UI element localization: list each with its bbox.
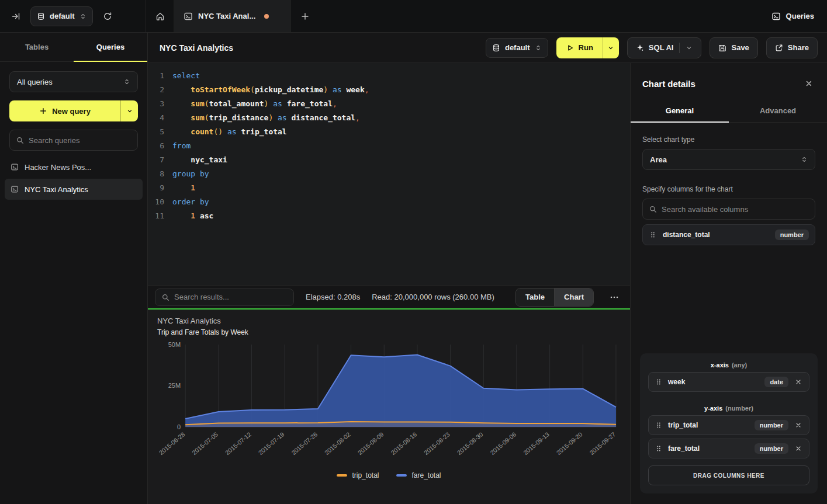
legend-label: fare_total [411, 471, 441, 479]
query-filter-select[interactable]: All queries [9, 71, 138, 92]
columns-search-input[interactable] [662, 205, 809, 214]
search-icon [161, 293, 169, 301]
chart-type-select[interactable]: Area [642, 149, 815, 170]
sql-ai-button[interactable]: SQL AI [627, 37, 702, 58]
sidebar-tab-tables[interactable]: Tables [0, 33, 74, 61]
query-item-label: NYC Taxi Analytics [25, 185, 88, 194]
drag-handle-icon[interactable] [655, 444, 663, 453]
chart-details-content: Select chart type Area Specify columns f… [631, 123, 827, 353]
updown-chevrons-icon [123, 78, 130, 85]
queries-button[interactable]: Queries [771, 12, 814, 21]
new-tab-button[interactable] [291, 0, 319, 32]
updown-chevrons-icon [535, 44, 542, 51]
app: default NYC Taxi Anal... [0, 0, 827, 504]
sql-ai-label: SQL AI [649, 43, 674, 52]
tabstrip: NYC Taxi Anal... [146, 0, 759, 32]
run-dropdown-button[interactable] [603, 37, 619, 58]
axis-configuration-card: x-axis(any) week date [640, 353, 818, 493]
home-tab[interactable] [146, 0, 174, 32]
chart-legend: trip_totalfare_total [157, 468, 621, 483]
svg-text:2015-09-13: 2015-09-13 [522, 430, 551, 456]
more-options-button[interactable] [605, 289, 623, 306]
remove-column-button[interactable] [794, 420, 803, 430]
tab-advanced[interactable]: Advanced [729, 99, 827, 122]
database-name: default [50, 12, 75, 20]
chevron-down-icon [126, 107, 133, 114]
topbar: default NYC Taxi Anal... [0, 0, 827, 33]
elapsed-stat: Elapsed: 0.208s [306, 293, 360, 301]
sidebar: Tables Queries All queries New query [0, 33, 148, 504]
sql-editor[interactable]: 1select2 toStartOfWeek(pickup_datetime) … [148, 63, 630, 285]
view-toggle: Table Chart [515, 288, 594, 307]
collapse-sidebar-button[interactable] [7, 8, 25, 25]
page-title: NYC Taxi Analytics [160, 43, 233, 53]
topbar-database-selector[interactable]: default [30, 6, 93, 26]
y-axis-item-trip-total[interactable]: trip_total number [648, 415, 809, 435]
remove-column-button[interactable] [794, 444, 803, 453]
code-lines: 1select2 toStartOfWeek(pickup_datetime) … [148, 69, 630, 223]
database-name: default [505, 43, 530, 52]
drag-columns-drop-zone[interactable]: DRAG COLUMNS HERE [648, 465, 809, 485]
legend-swatch [337, 474, 347, 477]
new-query-button[interactable]: New query [9, 100, 120, 121]
plus-icon [39, 107, 47, 115]
legend-item-fare_total[interactable]: fare_total [396, 471, 441, 479]
chart-details-header: Chart details [631, 63, 827, 99]
unsaved-changes-dot [264, 14, 269, 19]
svg-text:2015-07-26: 2015-07-26 [290, 430, 319, 456]
play-icon [566, 44, 574, 52]
drag-handle-icon[interactable] [655, 421, 663, 429]
query-list-item-nyc-taxi[interactable]: NYC Taxi Analytics [5, 179, 143, 200]
tab-nyc-taxi-analytics[interactable]: NYC Taxi Anal... [174, 0, 291, 32]
query-filter-value: All queries [17, 78, 53, 86]
query-item-label: Hacker News Pos... [25, 163, 91, 172]
query-icon [11, 185, 19, 193]
x-axis-item-week[interactable]: week date [648, 372, 809, 392]
search-icon [649, 205, 657, 213]
svg-text:2015-08-23: 2015-08-23 [423, 430, 451, 456]
share-button[interactable]: Share [766, 37, 818, 58]
close-icon [795, 422, 802, 429]
svg-text:2015-07-05: 2015-07-05 [191, 430, 219, 456]
chevron-down-icon [607, 44, 614, 51]
share-label: Share [788, 43, 809, 52]
sidebar-tabs: Tables Queries [0, 33, 147, 62]
close-icon [805, 79, 813, 88]
results-search-input[interactable] [174, 293, 288, 301]
columns-label: Specify columns for the chart [642, 185, 815, 193]
new-query-split-button: New query [9, 100, 138, 121]
chart-canvas: 025M50M2015-06-282015-07-052015-07-12201… [157, 341, 621, 467]
remove-column-button[interactable] [794, 377, 803, 387]
drag-handle-icon[interactable] [655, 378, 663, 386]
query-search-input[interactable] [29, 136, 132, 145]
run-button[interactable]: Run [556, 37, 603, 58]
column-name: week [668, 378, 759, 386]
view-toggle-chart[interactable]: Chart [554, 289, 593, 306]
queries-button-label: Queries [786, 12, 814, 20]
tab-general[interactable]: General [631, 99, 729, 122]
available-column-distance-total[interactable]: distance_total number [642, 224, 815, 245]
refresh-button[interactable] [99, 8, 116, 25]
legend-item-trip_total[interactable]: trip_total [337, 471, 379, 479]
x-axis-label: x-axis(any) [648, 362, 809, 369]
svg-text:2015-07-12: 2015-07-12 [224, 430, 252, 456]
ellipsis-icon [610, 293, 619, 302]
share-icon [775, 44, 783, 52]
new-query-dropdown-button[interactable] [120, 100, 138, 121]
database-icon [492, 44, 500, 52]
drag-handle-icon[interactable] [649, 231, 657, 239]
view-toggle-table[interactable]: Table [516, 289, 554, 306]
y-axis-item-fare-total[interactable]: fare_total number [648, 439, 809, 458]
query-database-selector[interactable]: default [486, 38, 548, 58]
tab-label: NYC Taxi Anal... [198, 12, 255, 20]
results-search [155, 289, 294, 306]
search-icon [16, 136, 24, 144]
save-button[interactable]: Save [710, 37, 757, 58]
legend-label: trip_total [352, 471, 379, 479]
close-panel-button[interactable] [802, 77, 815, 90]
legend-swatch [396, 474, 407, 477]
sidebar-tab-queries[interactable]: Queries [74, 33, 147, 61]
database-icon [37, 12, 45, 20]
column-name: fare_total [668, 444, 749, 453]
query-list-item-hacker-news[interactable]: Hacker News Pos... [5, 157, 143, 178]
